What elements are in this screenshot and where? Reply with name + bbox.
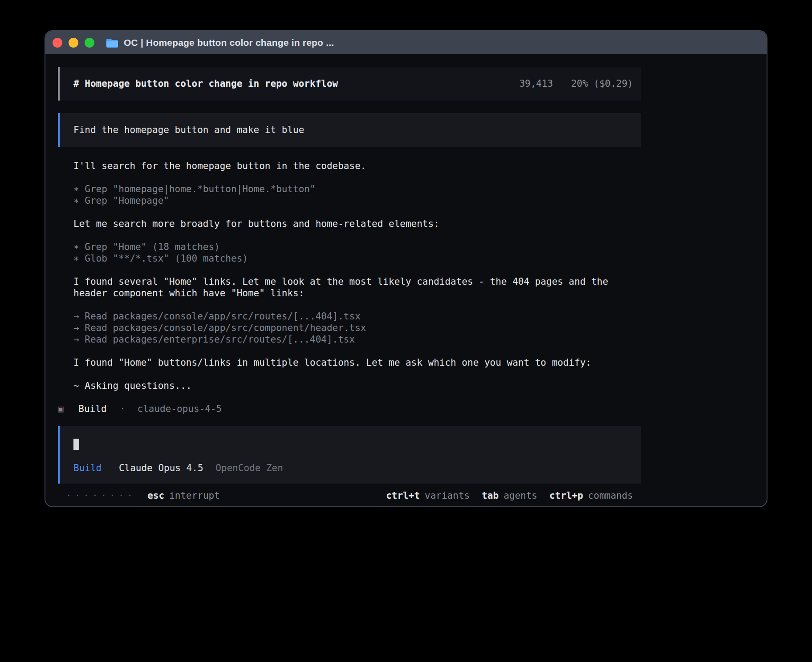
text-cursor (73, 439, 79, 450)
titlebar-title-group: OC | Homepage button color change in rep… (106, 37, 334, 48)
session-title: # Homepage button color change in repo w… (73, 78, 338, 89)
agent-status-row: ▣ Build · claude-opus-4-5 (58, 403, 767, 415)
shortcut-label: variants (425, 490, 470, 501)
shortcut-key: ctrl+p (549, 490, 583, 501)
input-model-label: Claude Opus 4.5 (119, 463, 203, 473)
traffic-lights (53, 38, 94, 48)
agent-model: claude-opus-4-5 (138, 404, 222, 414)
status-bar-left: ········ esc interrupt (66, 490, 220, 501)
input-meta: Build Claude Opus 4.5 OpenCode Zen (73, 462, 633, 474)
shortcut-key: tab (482, 490, 499, 501)
user-message-text: Find the homepage button and make it blu… (73, 125, 304, 135)
screen: OC | Homepage button color change in rep… (0, 0, 812, 662)
window-titlebar[interactable]: OC | Homepage button color change in rep… (45, 31, 767, 54)
token-count: 39,413 (519, 78, 553, 89)
tool-call-line: ∗ Grep "homepage|home.*button|Home.*butt… (73, 183, 641, 195)
footer-shortcut: ctrl+tvariants (386, 490, 470, 501)
input-mode-label: Build (73, 463, 102, 473)
tool-call-line: ∗ Grep "Homepage" (73, 195, 641, 206)
context-usage: 20% ($0.29) (571, 78, 633, 89)
terminal-window: OC | Homepage button color change in rep… (45, 30, 767, 507)
tool-call-line: ∗ Grep "Home" (18 matches) (73, 241, 641, 253)
assistant-text: I found "Home" buttons/links in multiple… (73, 357, 641, 368)
agent-separator: · (120, 404, 126, 414)
agent-name: Build (78, 404, 106, 414)
assistant-text: ~ Asking questions... (73, 380, 641, 392)
status-bar: ········ esc interrupt ctrl+tvariantstab… (58, 490, 641, 501)
transcript: I'll search for the homepage button in t… (58, 160, 641, 392)
minimize-button[interactable] (69, 38, 78, 48)
tool-call-line: → Read packages/console/app/src/routes/[… (73, 311, 641, 322)
folder-icon (106, 38, 118, 48)
agent-icon: ▣ (58, 404, 64, 414)
input-provider-label: OpenCode Zen (215, 463, 283, 473)
prompt-input[interactable]: Build Claude Opus 4.5 OpenCode Zen (58, 426, 641, 484)
zoom-button[interactable] (85, 38, 94, 48)
assistant-text: I'll search for the homepage button in t… (73, 160, 641, 172)
user-message: Find the homepage button and make it blu… (58, 113, 641, 147)
spinner-dots: ········ (66, 490, 136, 501)
shortcut-label: agents (503, 490, 537, 501)
assistant-text: I found several "Home" links. Let me loo… (73, 276, 641, 299)
terminal-content: # Homepage button color change in repo w… (45, 54, 767, 501)
esc-shortcut-label: interrupt (169, 490, 220, 501)
tool-call-line: → Read packages/console/app/src/componen… (73, 322, 641, 334)
shortcut-key: ctrl+t (386, 490, 420, 501)
window-title: OC | Homepage button color change in rep… (124, 37, 334, 48)
assistant-text: Let me search more broadly for buttons a… (73, 218, 641, 230)
session-stats: 39,413 20% ($0.29) (519, 78, 633, 89)
tool-call-line: ∗ Glob "**/*.tsx" (100 matches) (73, 253, 641, 264)
tool-call-group: ∗ Grep "homepage|home.*button|Home.*butt… (73, 183, 641, 206)
tool-call-line: → Read packages/enterprise/src/routes/[.… (73, 334, 641, 345)
footer-shortcuts: ctrl+tvariantstabagentsctrl+pcommands (374, 490, 633, 501)
session-header: # Homepage button color change in repo w… (58, 67, 641, 101)
footer-shortcut: ctrl+pcommands (549, 490, 633, 501)
close-button[interactable] (53, 38, 62, 48)
tool-call-group: → Read packages/console/app/src/routes/[… (73, 311, 641, 345)
shortcut-label: commands (588, 490, 633, 501)
esc-shortcut-key: esc (147, 490, 164, 501)
footer-shortcut: tabagents (482, 490, 537, 501)
tool-call-group: ∗ Grep "Home" (18 matches)∗ Glob "**/*.t… (73, 241, 641, 264)
